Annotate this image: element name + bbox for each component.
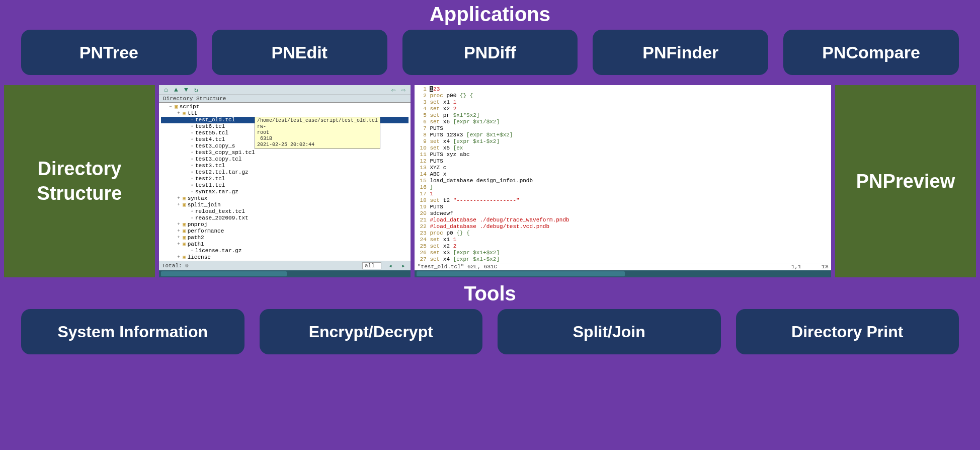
editor-line: 25 set x2 2 — [417, 243, 829, 250]
down-icon[interactable]: ▼ — [182, 86, 190, 94]
expand-icon[interactable]: + — [176, 110, 181, 117]
tree-filter-input[interactable]: all — [362, 262, 381, 269]
editor-line: 20 sdcwewf — [417, 210, 829, 217]
tree-node[interactable]: +▣path2 — [161, 235, 409, 241]
editor-line: 22 #load_database ./debug/test.vcd.pndb — [417, 223, 829, 230]
pntree-window: ⌂ ▲ ▼ ↻ ⇦ ⇨ Directory Structure −▣script… — [159, 85, 411, 277]
folder-icon: ▣ — [183, 235, 186, 241]
editor-line: 24 set x1 1 — [417, 237, 829, 243]
back-icon[interactable]: ⇦ — [389, 86, 397, 94]
directory-structure-label: Directory Structure — [4, 85, 155, 277]
expand-icon[interactable]: + — [176, 195, 181, 202]
editor-line: 1 123 — [417, 86, 829, 93]
tree-toolbar: ⌂ ▲ ▼ ↻ ⇦ ⇨ — [159, 85, 411, 95]
applications-section: Applications PNTree PNEdit PNDiff PNFind… — [0, 0, 980, 83]
app-pntree-button[interactable]: PNTree — [21, 30, 197, 75]
tree-node[interactable]: −▣script — [161, 104, 409, 110]
tools-row: System Information Encrypt/Decrypt Split… — [6, 309, 974, 359]
expand-icon[interactable]: + — [176, 235, 181, 241]
tree-node[interactable]: ▫test1.tcl — [161, 182, 409, 189]
file-icon: ▫ — [191, 156, 194, 163]
tools-title: Tools — [6, 282, 974, 305]
tree-node-label: performance — [188, 228, 224, 235]
tree-node[interactable]: +▣split_join — [161, 202, 409, 208]
tree-node-label: test1.tcl — [195, 182, 225, 189]
tree-node[interactable]: ▫license.tar.gz — [161, 248, 409, 254]
tree-node[interactable]: ▫test2.tcl.tar.gz — [161, 169, 409, 176]
tool-encrypt-decrypt-button[interactable]: Encrypt/Decrypt — [260, 309, 483, 354]
tree-node-label: syntax.tar.gz — [195, 189, 238, 195]
editor-line: 7 PUTS — [417, 125, 829, 132]
tree-node[interactable]: ▫test3_copy_sp1.tcl — [161, 149, 409, 156]
file-icon: ▫ — [191, 182, 194, 189]
folder-icon: ▣ — [183, 241, 186, 248]
app-pnedit-button[interactable]: PNEdit — [212, 30, 387, 75]
tree-node-label: rease_202009.txt — [195, 215, 249, 221]
file-icon: ▫ — [191, 176, 194, 182]
tree-node-label: reload_text.tcl — [195, 208, 245, 215]
tree-node[interactable]: +▣syntax — [161, 195, 409, 202]
editor-line: 15 load_database design_info1.pndb — [417, 178, 829, 184]
expand-icon[interactable]: + — [176, 254, 181, 261]
tree-node[interactable]: ▫test2.tcl — [161, 176, 409, 182]
editor-line: 9 set x4 [expr $x1-$x2] — [417, 138, 829, 145]
up-icon[interactable]: ▲ — [172, 86, 180, 94]
tree-node-label: test4.tcl — [195, 136, 225, 143]
editor-line: 19 PUTS — [417, 204, 829, 210]
tree-node-label: test2.tcl — [195, 176, 225, 182]
forward-icon[interactable]: ⇨ — [399, 86, 407, 94]
app-pnfinder-button[interactable]: PNFinder — [593, 30, 768, 75]
editor-line: 11 PUTS xyz abc — [417, 152, 829, 158]
tree-node[interactable]: +▣path1 — [161, 241, 409, 248]
refresh-icon[interactable]: ↻ — [192, 86, 200, 94]
tree-scrollbar-h[interactable] — [159, 270, 411, 277]
editor-scrollbar-h[interactable] — [415, 270, 831, 277]
tree-node-label: ttt — [188, 110, 198, 117]
editor-line: 23 proc p0 {} { — [417, 230, 829, 237]
home-icon[interactable]: ⌂ — [162, 86, 170, 94]
editor-line: 13 XYZ c — [417, 165, 829, 171]
file-icon: ▫ — [191, 130, 194, 136]
tree-node[interactable]: +▣license — [161, 254, 409, 261]
editor-line: 6 set x6 [expr $x1/$x2] — [417, 119, 829, 125]
editor-line: 21 #load_database ./debug/trace_waveform… — [417, 217, 829, 223]
folder-icon: ▣ — [175, 104, 178, 110]
tree-total-label: Total: 0 — [162, 263, 189, 269]
editor-line: 3 set x1 1 — [417, 99, 829, 106]
folder-icon: ▣ — [183, 228, 186, 235]
filter-prev-icon[interactable]: ◂ — [386, 262, 394, 270]
tool-directory-print-button[interactable]: Directory Print — [736, 309, 959, 354]
app-pndiff-button[interactable]: PNDiff — [402, 30, 578, 75]
editor-line: 16 } — [417, 184, 829, 191]
editor-scroll-pct: 1% — [822, 264, 828, 270]
editor-line: 5 set pr $x1*$x2] — [417, 112, 829, 119]
tree-node[interactable]: ▫rease_202009.txt — [161, 215, 409, 221]
tree-node-label: syntax — [188, 195, 208, 202]
tree-node-label: test3_copy_s — [195, 143, 235, 149]
expand-icon[interactable]: + — [176, 228, 181, 235]
applications-row: PNTree PNEdit PNDiff PNFinder PNCompare — [6, 30, 974, 80]
tree-node[interactable]: ▫test3.tcl — [161, 163, 409, 169]
tool-system-information-button[interactable]: System Information — [21, 309, 244, 354]
tool-split-join-button[interactable]: Split/Join — [498, 309, 721, 354]
tree-header: Directory Structure — [159, 95, 411, 103]
file-icon: ▫ — [191, 208, 194, 215]
app-pncompare-button[interactable]: PNCompare — [783, 30, 959, 75]
collapse-icon[interactable]: − — [168, 104, 173, 110]
file-icon: ▫ — [191, 248, 194, 254]
folder-icon: ▣ — [183, 110, 186, 117]
tree-body[interactable]: −▣script+▣ttt▫test_old.tcl▫test6.tcl▫tes… — [159, 103, 411, 261]
filter-next-icon[interactable]: ▸ — [399, 262, 407, 270]
tree-node[interactable]: ▫test3_copy.tcl — [161, 156, 409, 163]
tree-node[interactable]: +▣performance — [161, 228, 409, 235]
folder-icon: ▣ — [183, 202, 186, 208]
tree-node[interactable]: +▣pnproj — [161, 221, 409, 228]
tree-node[interactable]: ▫reload_text.tcl — [161, 208, 409, 215]
expand-icon[interactable]: + — [176, 241, 181, 248]
expand-icon[interactable]: + — [176, 221, 181, 228]
file-icon: ▫ — [191, 189, 194, 195]
tree-node[interactable]: ▫syntax.tar.gz — [161, 189, 409, 195]
editor-body[interactable]: 1 123 2 proc p00 {} { 3 set x1 1 4 set x… — [415, 85, 831, 263]
expand-icon[interactable]: + — [176, 202, 181, 208]
tree-node[interactable]: +▣ttt — [161, 110, 409, 117]
